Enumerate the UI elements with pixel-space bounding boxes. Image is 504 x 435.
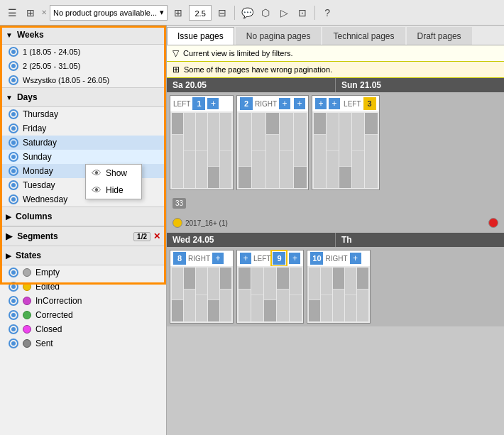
comment-icon[interactable]: 💬 (239, 5, 255, 21)
tab-draft-pages[interactable]: Draft pages (407, 27, 472, 45)
page-10-add-btn[interactable]: + (350, 253, 361, 264)
columns-header[interactable]: ▶ Columns (0, 207, 166, 226)
page-10-newspaper (307, 266, 370, 323)
day-radio-tuesday[interactable] (9, 180, 18, 190)
page-3-add-btn2[interactable]: + (329, 98, 340, 109)
menu-icon[interactable]: ☰ (4, 5, 20, 21)
day-item-thursday[interactable]: Thursday (0, 107, 166, 121)
state-radio-closed[interactable] (9, 324, 18, 334)
tab-no-pagina-pages[interactable]: No pagina pages (236, 27, 322, 45)
segments-label: Segments (17, 231, 57, 241)
state-item-sent[interactable]: Sent (0, 336, 166, 351)
segments-x-icon[interactable]: ✕ (153, 231, 160, 241)
tab-technical-pages[interactable]: Technical pages (322, 27, 405, 45)
day-radio-thursday[interactable] (9, 109, 18, 119)
day-radio-wednesday[interactable] (9, 194, 18, 204)
page-2-body (237, 111, 308, 189)
context-hide[interactable]: 👁 Hide (86, 182, 141, 199)
week-item-3[interactable]: Wszystko (18.05 - 26.05) (0, 73, 166, 87)
show-eye-icon: 👁 (92, 167, 102, 179)
week-item-1[interactable]: 1 (18.05 - 24.05) (0, 45, 166, 59)
page-3-position-label: LEFT (344, 100, 361, 108)
page-3-badge: 3 (363, 97, 376, 110)
weeks-section: ▼ Weeks 1 (18.05 - 24.05) 2 (25.05 - 31.… (0, 26, 166, 88)
warning-notice: ⊞ Some of the pages have wrong paginatio… (167, 62, 504, 78)
state-color-corrected (23, 311, 31, 319)
state-item-incorrection[interactable]: InCorrection (0, 294, 166, 308)
page-10-body (307, 266, 370, 323)
help-icon[interactable]: ? (319, 5, 335, 21)
day-radio-monday[interactable] (9, 166, 18, 176)
segments-badge: 1/2 (133, 232, 150, 241)
day-item-saturday[interactable]: Saturday (0, 136, 166, 150)
state-radio-empty[interactable] (9, 268, 18, 277)
state-item-closed[interactable]: Closed (0, 322, 166, 336)
state-item-empty[interactable]: Empty (0, 265, 166, 280)
day-radio-saturday[interactable] (9, 138, 18, 148)
week-label-2: 2 (25.05 - 31.05) (23, 62, 80, 70)
table-icon[interactable]: ⊞ (170, 5, 186, 21)
page-9-add-btn[interactable]: + (240, 253, 251, 264)
day-radio-friday[interactable] (9, 123, 18, 133)
day-radio-sunday[interactable] (9, 152, 18, 162)
state-item-edited[interactable]: Edited (0, 280, 166, 294)
page-card-9: + LEFT 9 + (236, 250, 304, 324)
state-radio-edited[interactable] (9, 282, 18, 292)
page-3-add-btn[interactable]: + (315, 98, 327, 109)
day-label-friday: Friday (23, 123, 46, 133)
timeline-dot-yellow (172, 218, 182, 228)
weeks-label: Weeks (17, 30, 44, 40)
state-radio-corrected[interactable] (9, 310, 18, 320)
day-label-saturday: Saturday (23, 138, 57, 148)
play-icon[interactable]: ▷ (276, 5, 292, 21)
week-radio-3[interactable] (9, 75, 18, 85)
page-8-add-btn[interactable]: + (212, 253, 224, 264)
page-card-2: 2 RIGHT + + (236, 95, 309, 190)
state-item-corrected[interactable]: Corrected (0, 308, 166, 322)
zoom-icon[interactable]: ⊟ (214, 5, 230, 21)
page-1-newspaper (170, 111, 233, 189)
page-1-header: LEFT 1 + (170, 96, 233, 111)
tab-issue-pages[interactable]: Issue pages (167, 27, 234, 45)
context-show[interactable]: 👁 Show (86, 165, 141, 182)
states-section: ▶ States Empty Edited InCorrection (0, 246, 166, 351)
segments-header-row[interactable]: ▶ Segments 1/2 ✕ (0, 226, 166, 246)
days-section: ▼ Days Thursday Friday Saturday Sunday (0, 88, 166, 207)
states-header[interactable]: ▶ States (0, 246, 166, 265)
zoom-value: 2.5 (189, 5, 212, 21)
page-2-add-btn[interactable]: + (279, 98, 290, 109)
state-radio-sent[interactable] (9, 338, 18, 348)
days-label: Days (17, 92, 38, 102)
day-item-sunday[interactable]: Sunday 👁 Show 👁 Hide (0, 150, 166, 164)
hexagon-icon[interactable]: ⬡ (258, 5, 273, 21)
square-icon[interactable]: ⊡ (295, 5, 310, 21)
filter-icon: ▽ (172, 48, 179, 58)
week-radio-2[interactable] (9, 61, 18, 71)
day-item-friday[interactable]: Friday (0, 121, 166, 136)
page-9-badge: 9 (273, 252, 285, 265)
week-item-2[interactable]: 2 (25.05 - 31.05) (0, 59, 166, 73)
product-groups-dropdown[interactable]: No product groups available... ▾ (50, 5, 168, 21)
page-9-header: + LEFT 9 + (237, 250, 303, 266)
week-radio-1[interactable] (9, 47, 18, 57)
state-color-edited (23, 282, 31, 291)
days-header[interactable]: ▼ Days (0, 88, 166, 107)
grid-icon[interactable]: ⊞ (23, 5, 38, 21)
state-color-empty (23, 268, 31, 277)
state-radio-incorrection[interactable] (9, 296, 18, 306)
page-2-header: 2 RIGHT + + (237, 96, 308, 111)
page-1-badge: 1 (192, 97, 205, 110)
page-9-add-btn2[interactable]: + (289, 253, 300, 264)
close-tab-icon[interactable]: ✕ (41, 9, 47, 16)
page-1-add-btn[interactable]: + (207, 98, 219, 109)
weeks-header[interactable]: ▼ Weeks (0, 26, 166, 45)
tabs-bar: Issue pages No pagina pages Technical pa… (167, 26, 504, 45)
day-th-label: Th (341, 235, 352, 245)
page-2-add-btn2[interactable]: + (294, 98, 305, 109)
state-label-corrected: Corrected (35, 310, 73, 320)
right-content: Issue pages No pagina pages Technical pa… (167, 26, 504, 435)
day-header-row: Sa 20.05 Sun 21.05 (167, 78, 504, 92)
page-8-position-label: RIGHT (188, 255, 210, 263)
page-card-10: 10 RIGHT + (307, 250, 371, 324)
day-label-monday: Monday (23, 166, 53, 176)
